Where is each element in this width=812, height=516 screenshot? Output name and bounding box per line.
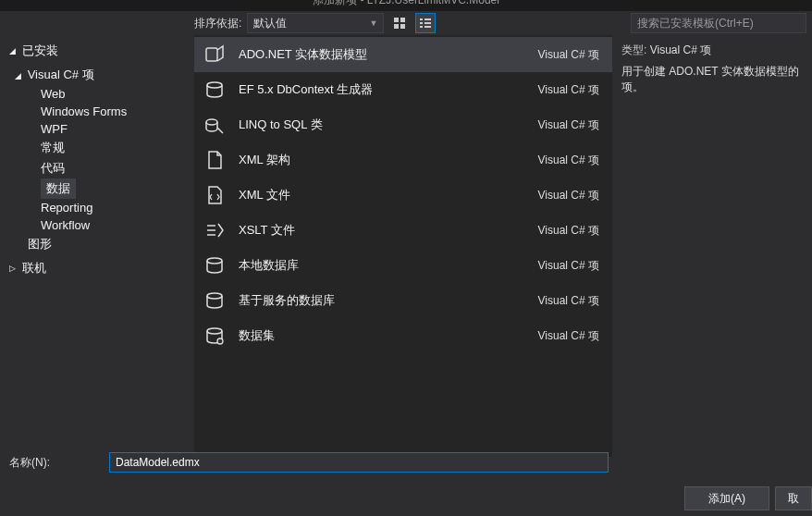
svg-rect-9 [424, 26, 431, 28]
servicedb-icon [203, 289, 226, 312]
template-lang: Visual C# 项 [538, 47, 599, 63]
tree-sub-workflow[interactable]: Workflow [0, 216, 194, 234]
svg-rect-6 [420, 22, 423, 24]
dataset-icon [203, 325, 226, 347]
template-label: XML 架构 [239, 152, 538, 168]
template-lang: Visual C# 项 [538, 223, 599, 239]
tree-installed[interactable]: ◢ 已安装 [0, 39, 194, 65]
tree-csharp[interactable]: ◢ Visual C# 项 [0, 65, 194, 85]
svg-rect-0 [394, 18, 399, 22]
template-lang: Visual C# 项 [538, 293, 599, 309]
svg-point-16 [217, 338, 223, 344]
svg-point-11 [207, 82, 222, 88]
dbcontext-icon [203, 79, 226, 101]
tree-online[interactable]: ▷ 联机 [0, 254, 194, 278]
svg-rect-10 [206, 48, 217, 61]
tree-sub-general[interactable]: 常规 [0, 138, 194, 158]
tree-collapse-icon: ◢ [9, 46, 18, 55]
localdb-icon [203, 254, 226, 276]
svg-rect-5 [424, 18, 431, 20]
toolbar: 排序依据: 默认值 ▼ 搜索已安装模板(Ctrl+E) [0, 11, 812, 35]
template-list: ADO.NET 实体数据模型 Visual C# 项 EF 5.x DbCont… [194, 35, 612, 457]
xsd-icon [203, 149, 226, 171]
name-row: 名称(N): DataModel.edmx [0, 449, 812, 475]
dialog-buttons: 添加(A) 取 [684, 486, 812, 510]
chevron-down-icon: ▼ [369, 18, 377, 28]
tree-sub-web[interactable]: Web [0, 85, 194, 103]
main: ◢ 已安装 ◢ Visual C# 项 Web Windows Forms WP… [0, 35, 812, 457]
template-description: 用于创建 ADO.NET 实体数据模型的项。 [621, 64, 803, 95]
edmx-icon [203, 43, 226, 66]
template-lang: Visual C# 项 [538, 82, 599, 98]
template-label: 基于服务的数据库 [239, 292, 538, 309]
template-row[interactable]: ADO.NET 实体数据模型 Visual C# 项 [194, 37, 612, 72]
tree-csharp-label: Visual C# 项 [28, 68, 94, 81]
window-title: 添加新项 - LTZJ.UserLimitMVC.Model [0, 0, 812, 11]
tree-sub-winforms[interactable]: Windows Forms [0, 103, 194, 120]
template-row[interactable]: XSLT 文件 Visual C# 项 [194, 213, 612, 248]
details-panel: 类型: Visual C# 项 用于创建 ADO.NET 实体数据模型的项。 [612, 35, 812, 457]
template-row[interactable]: EF 5.x DbContext 生成器 Visual C# 项 [194, 72, 612, 107]
search-input[interactable]: 搜索已安装模板(Ctrl+E) [631, 13, 806, 33]
tree-online-label: 联机 [22, 260, 46, 276]
template-label: EF 5.x DbContext 生成器 [239, 81, 538, 98]
svg-point-12 [206, 119, 217, 125]
xslt-icon [203, 219, 226, 241]
name-value: DataModel.edmx [116, 456, 200, 469]
template-lang: Visual C# 项 [538, 117, 599, 133]
svg-rect-2 [394, 24, 399, 29]
template-row[interactable]: XML 文件 Visual C# 项 [194, 178, 612, 213]
tree-sub-data[interactable]: 数据 [41, 178, 76, 199]
template-label: XSLT 文件 [239, 222, 538, 239]
tree-sub-reporting[interactable]: Reporting [0, 199, 194, 216]
svg-rect-8 [420, 26, 423, 28]
cancel-button[interactable]: 取 [775, 486, 812, 510]
svg-rect-3 [400, 24, 405, 29]
add-button[interactable]: 添加(A) [684, 486, 769, 510]
svg-rect-4 [420, 18, 423, 20]
template-row[interactable]: 基于服务的数据库 Visual C# 项 [194, 283, 612, 318]
view-list-button[interactable] [415, 13, 436, 33]
svg-rect-1 [400, 18, 405, 22]
svg-rect-7 [424, 22, 431, 24]
template-lang: Visual C# 项 [538, 153, 599, 168]
tree-panel: ◢ 已安装 ◢ Visual C# 项 Web Windows Forms WP… [0, 35, 194, 457]
search-placeholder: 搜索已安装模板(Ctrl+E) [637, 16, 754, 31]
template-row[interactable]: XML 架构 Visual C# 项 [194, 142, 612, 178]
svg-point-13 [207, 258, 222, 264]
template-label: 数据集 [239, 327, 538, 344]
sort-label: 排序依据: [194, 16, 241, 31]
svg-point-15 [207, 328, 222, 334]
tree-installed-label: 已安装 [22, 43, 58, 59]
template-lang: Visual C# 项 [538, 188, 599, 203]
sort-value: 默认值 [253, 16, 287, 31]
tree-expand-icon: ▷ [9, 264, 18, 273]
template-lang: Visual C# 项 [538, 258, 599, 274]
template-row[interactable]: 本地数据库 Visual C# 项 [194, 248, 612, 283]
name-label: 名称(N): [9, 455, 109, 471]
svg-point-14 [207, 293, 222, 299]
template-label: LINQ to SQL 类 [239, 117, 538, 133]
tree-graphics[interactable]: 图形 [0, 234, 194, 254]
template-label: 本地数据库 [239, 257, 538, 274]
template-row[interactable]: LINQ to SQL 类 Visual C# 项 [194, 107, 612, 142]
sort-dropdown[interactable]: 默认值 ▼ [247, 13, 384, 33]
xml-icon [203, 184, 226, 206]
view-grid-button[interactable] [389, 13, 410, 33]
linq-icon [203, 114, 226, 136]
tree-sub-code[interactable]: 代码 [0, 158, 194, 178]
template-label: XML 文件 [239, 187, 538, 203]
template-label: ADO.NET 实体数据模型 [239, 46, 538, 63]
type-value: Visual C# 项 [650, 43, 711, 56]
tree-collapse-icon: ◢ [15, 71, 24, 80]
name-input[interactable]: DataModel.edmx [109, 452, 609, 473]
template-lang: Visual C# 项 [538, 328, 599, 344]
template-row[interactable]: 数据集 Visual C# 项 [194, 318, 612, 353]
tree-sub-wpf[interactable]: WPF [0, 120, 194, 138]
type-label: 类型: [621, 43, 646, 56]
